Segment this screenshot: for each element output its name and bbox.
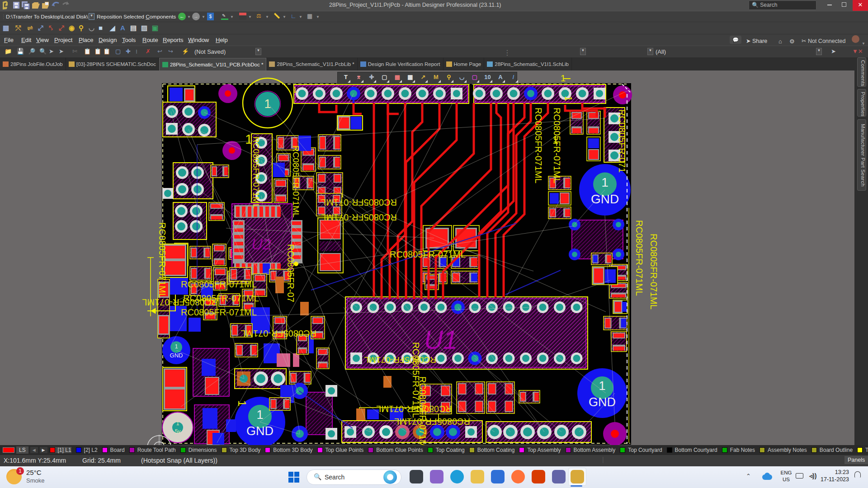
svg-text:RC0805FR-071ML: RC0805FR-071ML (418, 376, 428, 445)
svg-text:RC0805FR-07: RC0805FR-07 (286, 244, 296, 302)
svg-text:RC0805FR-071ML: RC0805FR-071ML (321, 212, 397, 222)
svg-text:1: 1 (264, 97, 271, 111)
svg-text:RC0805FR-071ML: RC0805FR-071ML (390, 249, 466, 259)
svg-text:RC0805FR-071ML: RC0805FR-071ML (157, 222, 167, 298)
svg-text:U1: U1 (424, 325, 458, 354)
svg-text:RC0805FR-071ML: RC0805FR-071ML (181, 279, 257, 289)
svg-text:1: 1 (176, 420, 179, 427)
svg-text:1: 1 (245, 131, 253, 146)
svg-text:5v: 5v (175, 428, 181, 435)
svg-text:RC0805FR-071ML: RC0805FR-071ML (533, 108, 543, 183)
svg-text:RC0805FR-071ML: RC0805FR-071ML (241, 328, 316, 338)
svg-text:1: 1 (256, 408, 263, 422)
svg-text:RC0805FR-071ML: RC0805FR-071ML (634, 220, 644, 296)
svg-text:RC0805FR-071ML: RC0805FR-071ML (649, 234, 659, 310)
svg-text:RC0805FR-071ML: RC0805FR-071ML (394, 417, 470, 427)
svg-text:1: 1 (175, 343, 178, 350)
svg-text:1: 1 (599, 379, 605, 393)
svg-text:1: 1 (601, 175, 609, 189)
svg-text:GND: GND (246, 424, 274, 438)
svg-text:1: 1 (236, 400, 248, 406)
svg-text:1: 1 (563, 96, 574, 101)
svg-text:RC0805FR-071ML: RC0805FR-071ML (181, 307, 257, 317)
svg-text:RC0805FR-071ML: RC0805FR-071ML (291, 145, 301, 217)
svg-text:RC0805FR-071ML: RC0805FR-071ML (251, 136, 261, 208)
svg-text:RC0805FR-071: RC0805FR-071 (617, 109, 627, 173)
svg-text:RC0805FR-071ML: RC0805FR-071ML (142, 297, 218, 307)
svg-text:1: 1 (293, 86, 297, 94)
svg-text:RC0805FR-071ML: RC0805FR-071ML (321, 197, 397, 207)
svg-text:RC0805FR-071ML: RC0805FR-071ML (364, 355, 436, 365)
svg-text:1: 1 (552, 134, 558, 146)
svg-text:GND: GND (591, 192, 619, 206)
svg-text:GND: GND (170, 352, 183, 359)
